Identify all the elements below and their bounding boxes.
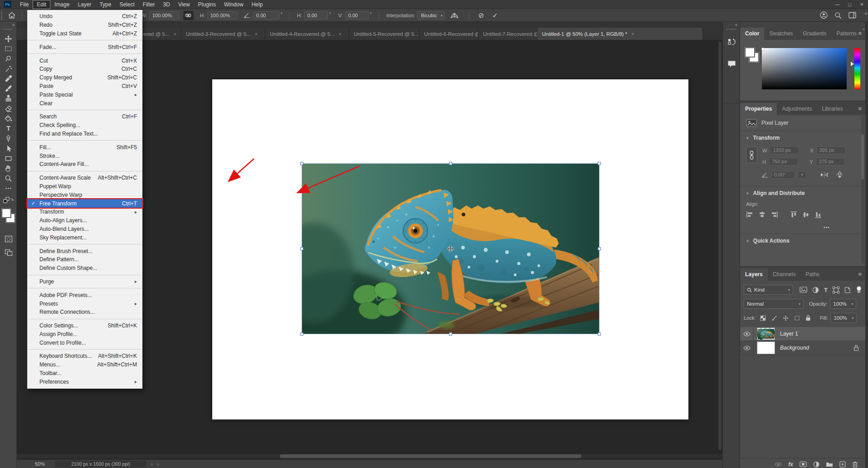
opacity-select[interactable]: 100% ▾	[830, 299, 856, 309]
document-tab[interactable]: Untitled-6-Recovered @ 5...×	[419, 28, 478, 40]
document-tab[interactable]: Untitled-3-Recovered @ 5...×	[181, 28, 265, 40]
menu-item-preferences[interactable]: Preferences▸	[27, 377, 142, 386]
brush-tool[interactable]	[0, 83, 17, 93]
tab-close-icon[interactable]: ×	[339, 31, 341, 37]
document-info[interactable]: 2100 px x 1500 px (300 ppi)	[55, 461, 146, 468]
panel-scrollbar-thumb[interactable]	[861, 134, 864, 180]
new-adjustment-layer-icon[interactable]	[813, 461, 819, 468]
menu-item-keyboard-shortcuts[interactable]: Keyboard Shortcuts...Alt+Shift+Ctrl+K	[27, 352, 142, 361]
quick-mask-icon[interactable]	[0, 234, 17, 244]
lock-position-icon[interactable]	[783, 315, 789, 321]
toolbar-grip[interactable]	[4, 29, 13, 30]
delete-layer-icon[interactable]	[852, 461, 858, 468]
warp-mode-button[interactable]	[449, 12, 459, 20]
layer-filter-select[interactable]: Kind ▾	[744, 285, 793, 295]
transform-handle-top-left[interactable]	[300, 162, 303, 165]
transform-handle-bottom-left[interactable]	[300, 332, 303, 336]
menu-item-clear[interactable]: Clear	[27, 99, 142, 107]
lock-transparent-pixels-icon[interactable]	[760, 315, 766, 321]
rotation-angle-input[interactable]: 0.00°	[771, 171, 795, 179]
menu-item-paste-special[interactable]: Paste Special▸	[27, 90, 142, 99]
lock-image-pixels-icon[interactable]	[771, 315, 777, 321]
transform-handle-middle-right[interactable]	[598, 247, 601, 250]
layer-visibility-toggle[interactable]	[740, 341, 754, 355]
menu-help[interactable]: Help	[248, 0, 267, 9]
link-dimensions-button[interactable]	[746, 146, 757, 163]
layer-name[interactable]: Layer 1	[780, 331, 798, 337]
cancel-transform-button[interactable]: ⊘	[478, 11, 484, 20]
menu-item-toggle-last-state[interactable]: Toggle Last StateAlt+Ctrl+Z	[27, 29, 142, 38]
align-section-header[interactable]: ∨ Align and Distribute	[740, 190, 865, 196]
panel-scrollbar-track[interactable]	[861, 116, 865, 263]
menu-item-menus[interactable]: Menus...Alt+Shift+Ctrl+M	[27, 361, 142, 369]
workspace-icon[interactable]	[848, 12, 856, 19]
menu-item-undo[interactable]: UndoCtrl+Z	[27, 12, 142, 21]
layer-name[interactable]: Background	[780, 345, 809, 351]
tab-libraries[interactable]: Libraries	[817, 103, 848, 115]
default-colors-icon[interactable]	[0, 197, 16, 205]
collapse-chevrons-icon[interactable]: «	[864, 11, 866, 16]
transform-handle-bottom-center[interactable]	[449, 332, 452, 336]
tab-paths[interactable]: Paths	[800, 268, 824, 281]
document-tab[interactable]: Untitled-5-Recovered @ 5...×	[349, 28, 419, 40]
link-layers-icon[interactable]	[775, 462, 782, 467]
commit-transform-button[interactable]: ✓	[492, 11, 498, 20]
tab-close-icon[interactable]: ×	[174, 31, 176, 37]
menu-item-search[interactable]: SearchCtrl+F	[27, 112, 142, 121]
foreground-color-swatch[interactable]	[745, 48, 755, 57]
collapse-panels-icon[interactable]: »	[863, 27, 863, 31]
hand-tool[interactable]	[0, 163, 17, 173]
menu-item-find-replace[interactable]: Find and Replace Text...	[27, 130, 142, 138]
tab-close-icon[interactable]: ×	[631, 31, 634, 37]
menu-item-cut[interactable]: CutCtrl+X	[27, 56, 142, 65]
menu-file[interactable]: File	[16, 0, 33, 9]
rectangle-tool[interactable]	[0, 153, 17, 163]
menu-window[interactable]: Window	[220, 0, 248, 9]
align-vertical-centers-icon[interactable]	[801, 210, 810, 219]
interpolation-select[interactable]: Bicubic ▾	[417, 11, 444, 20]
menu-item-adobe-pdf-presets[interactable]: Adobe PDF Presets...	[27, 291, 142, 299]
filter-smart-objects-icon[interactable]	[844, 287, 850, 293]
skew-v-input[interactable]: 0.00	[345, 11, 369, 20]
tab-patterns[interactable]: Patterns	[831, 28, 862, 40]
account-icon[interactable]	[820, 11, 828, 19]
new-layer-icon[interactable]	[839, 461, 846, 468]
menu-item-presets[interactable]: Presets▸	[27, 299, 142, 308]
layer-lock-icon[interactable]	[853, 345, 859, 351]
menu-item-purge[interactable]: Purge▸	[27, 278, 142, 286]
eraser-tool[interactable]	[0, 103, 17, 113]
transform-handle-bottom-right[interactable]	[598, 332, 601, 336]
menu-item-toolbar[interactable]: Toolbar...	[27, 369, 142, 378]
filter-adjustment-layers-icon[interactable]	[812, 287, 819, 293]
close-button[interactable]: ×	[856, 0, 868, 9]
menu-item-fade[interactable]: Fade...Shift+Ctrl+F	[27, 43, 142, 51]
lasso-tool[interactable]	[0, 54, 17, 63]
edit-toolbar-icon[interactable]	[0, 183, 17, 193]
transform-section-header[interactable]: ∨ Transform	[740, 135, 865, 141]
menu-item-remote-connections[interactable]: Remote Connections...	[27, 308, 142, 317]
menu-layer[interactable]: Layer	[73, 0, 95, 9]
transform-h-input[interactable]: 750 px	[769, 158, 798, 166]
transform-handle-top-center[interactable]	[449, 162, 452, 165]
layer-row-layer-1[interactable]: Layer 1	[740, 327, 865, 341]
menu-item-stroke[interactable]: Stroke...	[27, 151, 142, 160]
align-more-options[interactable]: •••	[824, 225, 865, 230]
move-tool[interactable]	[0, 34, 17, 44]
panel-menu-icon[interactable]: ≡	[858, 105, 862, 112]
menu-item-define-pattern[interactable]: Define Pattern...	[27, 255, 142, 264]
layer-style-icon[interactable]: fx	[788, 461, 793, 468]
add-layer-mask-icon[interactable]	[800, 461, 807, 467]
angle-dropdown-icon[interactable]: ▾	[798, 171, 806, 179]
eyedropper-tool[interactable]	[0, 73, 17, 83]
tab-channels[interactable]: Channels	[768, 268, 801, 281]
maintain-aspect-ratio-button[interactable]	[183, 11, 194, 20]
menu-item-paste[interactable]: PasteCtrl+V	[27, 82, 142, 91]
filter-pixel-layers-icon[interactable]	[800, 287, 807, 293]
menu-item-puppet-warp[interactable]: Puppet Warp	[27, 182, 142, 191]
fill-select[interactable]: 100% ▾	[830, 313, 857, 323]
pen-tool[interactable]	[0, 133, 17, 143]
hue-slider[interactable]	[854, 48, 860, 89]
quick-actions-header[interactable]: ∨ Quick Actions	[740, 238, 865, 244]
menu-item-copy[interactable]: CopyCtrl+C	[27, 65, 142, 73]
lock-all-icon[interactable]	[805, 315, 811, 321]
